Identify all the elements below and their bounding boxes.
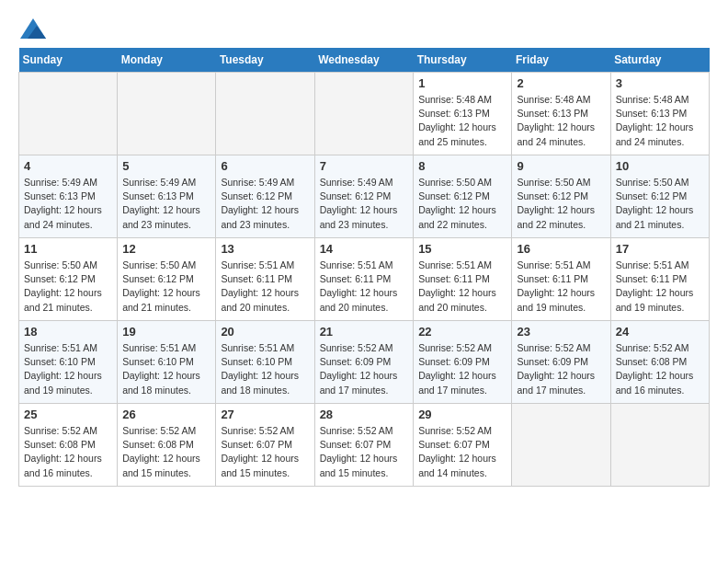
calendar-cell: 7Sunrise: 5:49 AM Sunset: 6:12 PM Daylig… <box>314 155 414 238</box>
calendar-cell: 25Sunrise: 5:52 AM Sunset: 6:08 PM Dayli… <box>19 404 118 487</box>
calendar-cell: 22Sunrise: 5:52 AM Sunset: 6:09 PM Dayli… <box>414 321 512 404</box>
day-number: 18 <box>24 325 112 339</box>
calendar-cell: 23Sunrise: 5:52 AM Sunset: 6:09 PM Dayli… <box>512 321 610 404</box>
day-header-thursday: Thursday <box>414 48 512 73</box>
page-header <box>18 18 710 39</box>
day-info: Sunrise: 5:48 AM Sunset: 6:13 PM Dayligh… <box>616 93 704 149</box>
day-number: 27 <box>221 408 309 421</box>
calendar-cell: 29Sunrise: 5:52 AM Sunset: 6:07 PM Dayli… <box>414 404 512 487</box>
day-info: Sunrise: 5:48 AM Sunset: 6:13 PM Dayligh… <box>418 93 506 149</box>
day-number: 1 <box>418 76 506 90</box>
day-number: 3 <box>616 76 704 90</box>
calendar-cell: 10Sunrise: 5:50 AM Sunset: 6:12 PM Dayli… <box>610 155 709 238</box>
day-number: 14 <box>320 242 409 256</box>
day-info: Sunrise: 5:51 AM Sunset: 6:11 PM Dayligh… <box>616 259 704 315</box>
day-info: Sunrise: 5:52 AM Sunset: 6:07 PM Dayligh… <box>418 424 506 480</box>
day-info: Sunrise: 5:49 AM Sunset: 6:13 PM Dayligh… <box>24 176 112 232</box>
day-number: 19 <box>122 325 210 339</box>
calendar-cell: 19Sunrise: 5:51 AM Sunset: 6:10 PM Dayli… <box>118 321 216 404</box>
day-number: 25 <box>24 408 112 421</box>
day-number: 4 <box>24 159 112 173</box>
calendar-cell: 12Sunrise: 5:50 AM Sunset: 6:12 PM Dayli… <box>118 238 216 321</box>
calendar-cell: 11Sunrise: 5:50 AM Sunset: 6:12 PM Dayli… <box>19 238 118 321</box>
day-info: Sunrise: 5:52 AM Sunset: 6:08 PM Dayligh… <box>122 424 210 480</box>
day-number: 21 <box>320 325 409 339</box>
calendar-week-row: 11Sunrise: 5:50 AM Sunset: 6:12 PM Dayli… <box>19 238 710 321</box>
calendar-cell <box>118 73 216 155</box>
calendar-cell: 24Sunrise: 5:52 AM Sunset: 6:08 PM Dayli… <box>610 321 709 404</box>
day-number: 20 <box>221 325 309 339</box>
calendar-cell: 16Sunrise: 5:51 AM Sunset: 6:11 PM Dayli… <box>512 238 610 321</box>
day-header-sunday: Sunday <box>19 48 118 73</box>
day-info: Sunrise: 5:49 AM Sunset: 6:12 PM Dayligh… <box>221 176 309 232</box>
day-info: Sunrise: 5:50 AM Sunset: 6:12 PM Dayligh… <box>122 259 210 315</box>
day-info: Sunrise: 5:51 AM Sunset: 6:11 PM Dayligh… <box>320 259 409 315</box>
day-number: 9 <box>517 159 605 173</box>
day-info: Sunrise: 5:52 AM Sunset: 6:08 PM Dayligh… <box>24 424 112 480</box>
day-info: Sunrise: 5:52 AM Sunset: 6:07 PM Dayligh… <box>221 424 309 480</box>
day-info: Sunrise: 5:52 AM Sunset: 6:07 PM Dayligh… <box>320 424 409 480</box>
calendar-cell: 27Sunrise: 5:52 AM Sunset: 6:07 PM Dayli… <box>216 404 314 487</box>
day-number: 17 <box>616 242 704 256</box>
day-number: 23 <box>517 325 605 339</box>
calendar-cell: 28Sunrise: 5:52 AM Sunset: 6:07 PM Dayli… <box>314 404 414 487</box>
day-info: Sunrise: 5:51 AM Sunset: 6:10 PM Dayligh… <box>122 341 210 397</box>
calendar-cell: 15Sunrise: 5:51 AM Sunset: 6:11 PM Dayli… <box>414 238 512 321</box>
day-header-monday: Monday <box>118 48 216 73</box>
day-number: 26 <box>122 408 210 421</box>
day-number: 29 <box>418 408 506 421</box>
calendar-cell: 14Sunrise: 5:51 AM Sunset: 6:11 PM Dayli… <box>314 238 414 321</box>
day-number: 6 <box>221 159 309 173</box>
day-info: Sunrise: 5:49 AM Sunset: 6:12 PM Dayligh… <box>320 176 409 232</box>
day-number: 24 <box>616 325 704 339</box>
calendar-cell <box>216 73 314 155</box>
day-number: 11 <box>24 242 112 256</box>
calendar-cell: 13Sunrise: 5:51 AM Sunset: 6:11 PM Dayli… <box>216 238 314 321</box>
day-number: 12 <box>122 242 210 256</box>
day-number: 10 <box>616 159 704 173</box>
calendar-week-row: 1Sunrise: 5:48 AM Sunset: 6:13 PM Daylig… <box>19 73 710 155</box>
day-number: 22 <box>418 325 506 339</box>
day-number: 13 <box>221 242 309 256</box>
calendar-week-row: 4Sunrise: 5:49 AM Sunset: 6:13 PM Daylig… <box>19 155 710 238</box>
day-header-saturday: Saturday <box>610 48 709 73</box>
day-info: Sunrise: 5:52 AM Sunset: 6:09 PM Dayligh… <box>517 341 605 397</box>
calendar-cell: 3Sunrise: 5:48 AM Sunset: 6:13 PM Daylig… <box>610 73 709 155</box>
calendar-cell: 5Sunrise: 5:49 AM Sunset: 6:13 PM Daylig… <box>118 155 216 238</box>
day-info: Sunrise: 5:50 AM Sunset: 6:12 PM Dayligh… <box>418 176 506 232</box>
calendar-cell <box>512 404 610 487</box>
day-info: Sunrise: 5:51 AM Sunset: 6:11 PM Dayligh… <box>418 259 506 315</box>
calendar-header-row: SundayMondayTuesdayWednesdayThursdayFrid… <box>19 48 710 73</box>
logo <box>18 18 46 39</box>
calendar-cell: 8Sunrise: 5:50 AM Sunset: 6:12 PM Daylig… <box>414 155 512 238</box>
day-info: Sunrise: 5:52 AM Sunset: 6:08 PM Dayligh… <box>616 341 704 397</box>
day-info: Sunrise: 5:51 AM Sunset: 6:10 PM Dayligh… <box>24 341 112 397</box>
logo-icon <box>20 18 46 39</box>
day-info: Sunrise: 5:51 AM Sunset: 6:10 PM Dayligh… <box>221 341 309 397</box>
day-number: 7 <box>320 159 409 173</box>
day-info: Sunrise: 5:48 AM Sunset: 6:13 PM Dayligh… <box>517 93 605 149</box>
calendar-cell <box>314 73 414 155</box>
calendar-cell: 6Sunrise: 5:49 AM Sunset: 6:12 PM Daylig… <box>216 155 314 238</box>
calendar-cell: 18Sunrise: 5:51 AM Sunset: 6:10 PM Dayli… <box>19 321 118 404</box>
calendar-cell: 2Sunrise: 5:48 AM Sunset: 6:13 PM Daylig… <box>512 73 610 155</box>
day-header-tuesday: Tuesday <box>216 48 314 73</box>
calendar-table: SundayMondayTuesdayWednesdayThursdayFrid… <box>18 48 710 487</box>
calendar-cell: 20Sunrise: 5:51 AM Sunset: 6:10 PM Dayli… <box>216 321 314 404</box>
day-number: 2 <box>517 76 605 90</box>
day-info: Sunrise: 5:50 AM Sunset: 6:12 PM Dayligh… <box>24 259 112 315</box>
calendar-cell: 17Sunrise: 5:51 AM Sunset: 6:11 PM Dayli… <box>610 238 709 321</box>
day-info: Sunrise: 5:51 AM Sunset: 6:11 PM Dayligh… <box>221 259 309 315</box>
calendar-cell: 21Sunrise: 5:52 AM Sunset: 6:09 PM Dayli… <box>314 321 414 404</box>
day-number: 16 <box>517 242 605 256</box>
day-header-wednesday: Wednesday <box>314 48 414 73</box>
calendar-cell: 26Sunrise: 5:52 AM Sunset: 6:08 PM Dayli… <box>118 404 216 487</box>
day-header-friday: Friday <box>512 48 610 73</box>
day-info: Sunrise: 5:52 AM Sunset: 6:09 PM Dayligh… <box>418 341 506 397</box>
day-info: Sunrise: 5:49 AM Sunset: 6:13 PM Dayligh… <box>122 176 210 232</box>
day-number: 8 <box>418 159 506 173</box>
day-info: Sunrise: 5:50 AM Sunset: 6:12 PM Dayligh… <box>616 176 704 232</box>
day-number: 5 <box>122 159 210 173</box>
day-number: 15 <box>418 242 506 256</box>
calendar-week-row: 18Sunrise: 5:51 AM Sunset: 6:10 PM Dayli… <box>19 321 710 404</box>
